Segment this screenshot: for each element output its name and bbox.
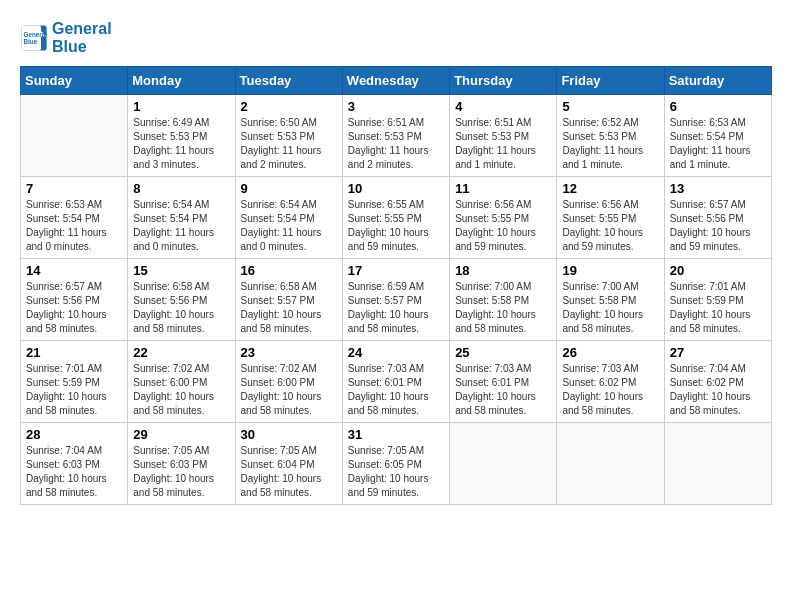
- day-info: Sunrise: 7:02 AM Sunset: 6:00 PM Dayligh…: [241, 362, 337, 418]
- calendar-week-row: 21Sunrise: 7:01 AM Sunset: 5:59 PM Dayli…: [21, 341, 772, 423]
- day-number: 29: [133, 427, 229, 442]
- day-number: 25: [455, 345, 551, 360]
- day-header-tuesday: Tuesday: [235, 67, 342, 95]
- day-number: 22: [133, 345, 229, 360]
- day-info: Sunrise: 6:58 AM Sunset: 5:56 PM Dayligh…: [133, 280, 229, 336]
- calendar-cell: 15Sunrise: 6:58 AM Sunset: 5:56 PM Dayli…: [128, 259, 235, 341]
- calendar-cell: 22Sunrise: 7:02 AM Sunset: 6:00 PM Dayli…: [128, 341, 235, 423]
- day-number: 16: [241, 263, 337, 278]
- calendar-cell: 26Sunrise: 7:03 AM Sunset: 6:02 PM Dayli…: [557, 341, 664, 423]
- calendar-cell: 13Sunrise: 6:57 AM Sunset: 5:56 PM Dayli…: [664, 177, 771, 259]
- calendar-header-row: SundayMondayTuesdayWednesdayThursdayFrid…: [21, 67, 772, 95]
- day-info: Sunrise: 7:04 AM Sunset: 6:03 PM Dayligh…: [26, 444, 122, 500]
- day-number: 2: [241, 99, 337, 114]
- calendar-cell: 20Sunrise: 7:01 AM Sunset: 5:59 PM Dayli…: [664, 259, 771, 341]
- day-number: 20: [670, 263, 766, 278]
- day-info: Sunrise: 6:57 AM Sunset: 5:56 PM Dayligh…: [670, 198, 766, 254]
- day-number: 17: [348, 263, 444, 278]
- logo: General Blue GeneralBlue: [20, 20, 112, 56]
- day-info: Sunrise: 7:03 AM Sunset: 6:01 PM Dayligh…: [455, 362, 551, 418]
- calendar-cell: 16Sunrise: 6:58 AM Sunset: 5:57 PM Dayli…: [235, 259, 342, 341]
- day-info: Sunrise: 7:05 AM Sunset: 6:05 PM Dayligh…: [348, 444, 444, 500]
- calendar-cell: 31Sunrise: 7:05 AM Sunset: 6:05 PM Dayli…: [342, 423, 449, 505]
- calendar-cell: 14Sunrise: 6:57 AM Sunset: 5:56 PM Dayli…: [21, 259, 128, 341]
- day-info: Sunrise: 6:53 AM Sunset: 5:54 PM Dayligh…: [670, 116, 766, 172]
- calendar-cell: [664, 423, 771, 505]
- logo-icon: General Blue: [20, 24, 48, 52]
- day-info: Sunrise: 7:02 AM Sunset: 6:00 PM Dayligh…: [133, 362, 229, 418]
- day-number: 8: [133, 181, 229, 196]
- day-info: Sunrise: 6:56 AM Sunset: 5:55 PM Dayligh…: [562, 198, 658, 254]
- day-number: 27: [670, 345, 766, 360]
- calendar-cell: 19Sunrise: 7:00 AM Sunset: 5:58 PM Dayli…: [557, 259, 664, 341]
- day-number: 10: [348, 181, 444, 196]
- day-info: Sunrise: 7:03 AM Sunset: 6:01 PM Dayligh…: [348, 362, 444, 418]
- day-number: 6: [670, 99, 766, 114]
- day-info: Sunrise: 7:03 AM Sunset: 6:02 PM Dayligh…: [562, 362, 658, 418]
- day-info: Sunrise: 7:01 AM Sunset: 5:59 PM Dayligh…: [670, 280, 766, 336]
- day-number: 21: [26, 345, 122, 360]
- day-header-thursday: Thursday: [450, 67, 557, 95]
- day-info: Sunrise: 6:59 AM Sunset: 5:57 PM Dayligh…: [348, 280, 444, 336]
- svg-text:Blue: Blue: [24, 38, 38, 45]
- calendar-cell: 23Sunrise: 7:02 AM Sunset: 6:00 PM Dayli…: [235, 341, 342, 423]
- day-number: 19: [562, 263, 658, 278]
- calendar-cell: 9Sunrise: 6:54 AM Sunset: 5:54 PM Daylig…: [235, 177, 342, 259]
- day-number: 30: [241, 427, 337, 442]
- day-number: 31: [348, 427, 444, 442]
- day-header-wednesday: Wednesday: [342, 67, 449, 95]
- calendar-cell: 3Sunrise: 6:51 AM Sunset: 5:53 PM Daylig…: [342, 95, 449, 177]
- calendar-cell: 11Sunrise: 6:56 AM Sunset: 5:55 PM Dayli…: [450, 177, 557, 259]
- day-info: Sunrise: 6:54 AM Sunset: 5:54 PM Dayligh…: [133, 198, 229, 254]
- calendar-cell: 30Sunrise: 7:05 AM Sunset: 6:04 PM Dayli…: [235, 423, 342, 505]
- svg-text:General: General: [24, 31, 48, 38]
- calendar-cell: 1Sunrise: 6:49 AM Sunset: 5:53 PM Daylig…: [128, 95, 235, 177]
- day-number: 13: [670, 181, 766, 196]
- day-header-sunday: Sunday: [21, 67, 128, 95]
- calendar-cell: 18Sunrise: 7:00 AM Sunset: 5:58 PM Dayli…: [450, 259, 557, 341]
- day-header-friday: Friday: [557, 67, 664, 95]
- calendar-cell: 2Sunrise: 6:50 AM Sunset: 5:53 PM Daylig…: [235, 95, 342, 177]
- calendar-cell: [21, 95, 128, 177]
- calendar-cell: [557, 423, 664, 505]
- day-info: Sunrise: 6:55 AM Sunset: 5:55 PM Dayligh…: [348, 198, 444, 254]
- day-number: 15: [133, 263, 229, 278]
- day-info: Sunrise: 7:04 AM Sunset: 6:02 PM Dayligh…: [670, 362, 766, 418]
- day-number: 18: [455, 263, 551, 278]
- day-number: 5: [562, 99, 658, 114]
- day-number: 24: [348, 345, 444, 360]
- calendar-cell: 6Sunrise: 6:53 AM Sunset: 5:54 PM Daylig…: [664, 95, 771, 177]
- day-number: 4: [455, 99, 551, 114]
- calendar-week-row: 7Sunrise: 6:53 AM Sunset: 5:54 PM Daylig…: [21, 177, 772, 259]
- day-info: Sunrise: 6:51 AM Sunset: 5:53 PM Dayligh…: [348, 116, 444, 172]
- logo-text: GeneralBlue: [52, 20, 112, 56]
- calendar-cell: 12Sunrise: 6:56 AM Sunset: 5:55 PM Dayli…: [557, 177, 664, 259]
- day-number: 23: [241, 345, 337, 360]
- calendar-cell: 29Sunrise: 7:05 AM Sunset: 6:03 PM Dayli…: [128, 423, 235, 505]
- calendar-week-row: 14Sunrise: 6:57 AM Sunset: 5:56 PM Dayli…: [21, 259, 772, 341]
- day-number: 26: [562, 345, 658, 360]
- header: General Blue GeneralBlue: [20, 20, 772, 56]
- day-info: Sunrise: 6:57 AM Sunset: 5:56 PM Dayligh…: [26, 280, 122, 336]
- day-number: 12: [562, 181, 658, 196]
- day-info: Sunrise: 6:58 AM Sunset: 5:57 PM Dayligh…: [241, 280, 337, 336]
- calendar-cell: 5Sunrise: 6:52 AM Sunset: 5:53 PM Daylig…: [557, 95, 664, 177]
- calendar-cell: [450, 423, 557, 505]
- day-header-saturday: Saturday: [664, 67, 771, 95]
- calendar: SundayMondayTuesdayWednesdayThursdayFrid…: [20, 66, 772, 505]
- calendar-cell: 27Sunrise: 7:04 AM Sunset: 6:02 PM Dayli…: [664, 341, 771, 423]
- calendar-cell: 17Sunrise: 6:59 AM Sunset: 5:57 PM Dayli…: [342, 259, 449, 341]
- day-info: Sunrise: 7:05 AM Sunset: 6:04 PM Dayligh…: [241, 444, 337, 500]
- day-number: 1: [133, 99, 229, 114]
- calendar-cell: 24Sunrise: 7:03 AM Sunset: 6:01 PM Dayli…: [342, 341, 449, 423]
- calendar-cell: 25Sunrise: 7:03 AM Sunset: 6:01 PM Dayli…: [450, 341, 557, 423]
- day-info: Sunrise: 6:56 AM Sunset: 5:55 PM Dayligh…: [455, 198, 551, 254]
- day-number: 11: [455, 181, 551, 196]
- calendar-cell: 28Sunrise: 7:04 AM Sunset: 6:03 PM Dayli…: [21, 423, 128, 505]
- calendar-cell: 10Sunrise: 6:55 AM Sunset: 5:55 PM Dayli…: [342, 177, 449, 259]
- day-number: 28: [26, 427, 122, 442]
- calendar-cell: 4Sunrise: 6:51 AM Sunset: 5:53 PM Daylig…: [450, 95, 557, 177]
- day-info: Sunrise: 6:50 AM Sunset: 5:53 PM Dayligh…: [241, 116, 337, 172]
- calendar-cell: 7Sunrise: 6:53 AM Sunset: 5:54 PM Daylig…: [21, 177, 128, 259]
- day-number: 7: [26, 181, 122, 196]
